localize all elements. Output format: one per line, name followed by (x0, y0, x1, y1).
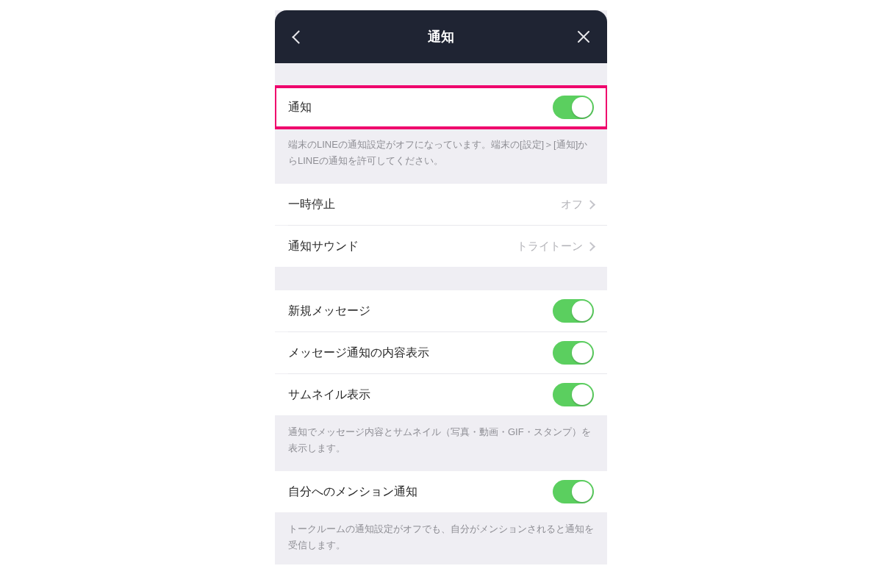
settings-screen: 通知 通知 端末のLINEの通知設定がオフになっています。端末の[設定]＞[通知… (275, 10, 607, 564)
toggle-knob (572, 301, 592, 321)
row-label: 通知サウンド (288, 239, 359, 254)
row-label: 通知 (288, 100, 312, 115)
row-label: 自分へのメンション通知 (288, 484, 417, 500)
chevron-left-icon (292, 30, 305, 43)
helper-thumbnail: 通知でメッセージ内容とサムネイル（写真・動画・GIF・スタンプ）を表示します。 (275, 415, 607, 471)
row-new-message: 新規メッセージ (275, 290, 607, 331)
row-sound[interactable]: 通知サウンド トライトーン (275, 226, 607, 267)
back-button[interactable] (288, 26, 309, 47)
row-label: 新規メッセージ (288, 304, 370, 319)
row-label: 一時停止 (288, 197, 335, 212)
row-label: メッセージ通知の内容表示 (288, 345, 429, 361)
toggle-thumbnail[interactable] (553, 383, 594, 406)
toggle-notifications[interactable] (553, 96, 594, 119)
row-value: オフ (561, 198, 583, 212)
row-value-container: オフ (561, 198, 594, 212)
row-mention: 自分へのメンション通知 (275, 471, 607, 512)
row-notifications: 通知 (275, 87, 607, 128)
row-value: トライトーン (517, 240, 583, 254)
toggle-knob (572, 481, 592, 502)
close-icon (576, 29, 592, 45)
row-value-container: トライトーン (517, 240, 594, 254)
row-pause[interactable]: 一時停止 オフ (275, 184, 607, 225)
nav-bar: 通知 (275, 10, 607, 63)
helper-notifications: 端末のLINEの通知設定がオフになっています。端末の[設定]＞[通知]からLIN… (275, 128, 607, 184)
row-label: サムネイル表示 (288, 387, 370, 403)
row-preview: メッセージ通知の内容表示 (275, 332, 607, 373)
row-thumbnail: サムネイル表示 (275, 374, 607, 415)
toggle-knob (572, 97, 592, 118)
chevron-right-icon (586, 200, 595, 209)
helper-mention: トークルームの通知設定がオフでも、自分がメンションされると通知を受信します。 (275, 512, 607, 564)
close-button[interactable] (573, 26, 594, 47)
toggle-mention[interactable] (553, 480, 594, 503)
toggle-preview[interactable] (553, 341, 594, 365)
section-gap (275, 63, 607, 87)
toggle-new-message[interactable] (553, 299, 594, 323)
nav-title: 通知 (428, 28, 454, 46)
section-gap (275, 267, 607, 290)
toggle-knob (572, 384, 592, 405)
toggle-knob (572, 343, 592, 363)
chevron-right-icon (586, 242, 595, 251)
